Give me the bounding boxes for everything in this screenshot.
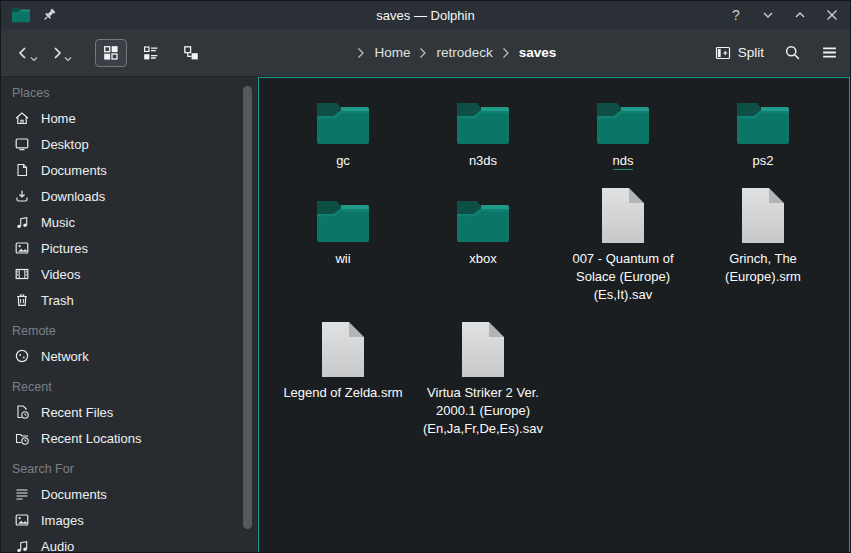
details-view-icon — [183, 45, 199, 61]
remote-section-label: Remote — [12, 319, 257, 343]
compact-view-button[interactable] — [135, 39, 167, 67]
main-toolbar: Home retrodeck saves Split — [1, 29, 850, 77]
split-view-icon — [715, 45, 731, 61]
folder-icon — [595, 100, 651, 146]
desktop-icon — [14, 136, 30, 152]
chevron-up-icon — [792, 7, 808, 23]
hamburger-menu-icon[interactable] — [821, 44, 838, 61]
pin-icon[interactable] — [41, 7, 57, 23]
trash-icon — [14, 292, 30, 308]
folder-icon — [315, 100, 371, 146]
home-icon — [14, 110, 30, 126]
file-icon — [461, 321, 505, 378]
folder-icon — [455, 100, 511, 146]
split-button[interactable]: Split — [715, 45, 764, 61]
sidebar-item-desktop[interactable]: Desktop — [12, 131, 257, 157]
forward-icon — [49, 45, 65, 61]
compact-view-icon — [143, 45, 159, 61]
back-button[interactable] — [13, 41, 41, 65]
recent-files-icon — [14, 404, 30, 420]
sidebar-item-search-audio[interactable]: Audio — [12, 533, 257, 553]
film-icon — [14, 266, 30, 282]
sidebar-item-home[interactable]: Home — [12, 105, 257, 131]
chevron-down-icon — [760, 7, 776, 23]
item-label: ps2 — [753, 153, 774, 168]
help-button[interactable]: ? — [728, 7, 744, 23]
item-label: Grinch, The (Europe).srm — [725, 251, 801, 284]
file-item-grinch-the[interactable]: Grinch, The (Europe).srm — [693, 186, 833, 286]
close-button[interactable] — [824, 7, 840, 23]
sidebar-item-search-documents[interactable]: Documents — [12, 481, 257, 507]
sidebar-item-label: Trash — [41, 293, 74, 308]
breadcrumb-saves[interactable]: saves — [519, 45, 557, 60]
forward-button[interactable] — [47, 41, 75, 65]
sidebar-item-label: Recent Locations — [41, 431, 141, 446]
sidebar-item-label: Recent Files — [41, 405, 113, 420]
sidebar-item-label: Downloads — [41, 189, 105, 204]
sidebar-item-documents[interactable]: Documents — [12, 157, 257, 183]
item-label: Legend of Zelda.srm — [283, 385, 402, 400]
file-icon — [601, 187, 645, 244]
places-panel: Places Home Desktop Documents Downloads … — [1, 77, 258, 553]
sidebar-item-label: Pictures — [41, 241, 88, 256]
file-item-007-quantum-of-solace[interactable]: 007 - Quantum of Solace (Europe) (Es,It)… — [553, 186, 693, 304]
maximize-button[interactable] — [792, 7, 808, 23]
chevron-right-icon — [357, 47, 365, 59]
toolbar-right-group: Split — [715, 44, 838, 61]
sidebar-item-pictures[interactable]: Pictures — [12, 235, 257, 261]
folder-view[interactable]: gc n3ds nds ps2 wii — [258, 77, 850, 553]
sidebar-item-recent-files[interactable]: Recent Files — [12, 399, 257, 425]
item-label: n3ds — [469, 153, 497, 168]
back-dropdown-caret-icon[interactable] — [30, 56, 38, 62]
folder-item-n3ds[interactable]: n3ds — [413, 88, 553, 170]
folder-item-ps2[interactable]: ps2 — [693, 88, 833, 170]
sidebar-item-trash[interactable]: Trash — [12, 287, 257, 313]
image-icon — [14, 512, 30, 528]
breadcrumb-retrodeck[interactable]: retrodeck — [436, 45, 492, 60]
sidebar-item-downloads[interactable]: Downloads — [12, 183, 257, 209]
search-for-section-label: Search For — [12, 457, 257, 481]
help-label: ? — [732, 7, 740, 23]
breadcrumb-home[interactable]: Home — [374, 45, 410, 60]
details-view-button[interactable] — [175, 39, 207, 67]
view-mode-group — [95, 39, 207, 67]
folder-item-xbox[interactable]: xbox — [413, 186, 553, 268]
sidebar-item-label: Images — [41, 513, 84, 528]
sidebar-item-label: Music — [41, 215, 75, 230]
sidebar-item-label: Desktop — [41, 137, 89, 152]
sidebar-scrollbar[interactable] — [243, 86, 252, 529]
sidebar-item-label: Network — [41, 349, 89, 364]
forward-dropdown-caret-icon[interactable] — [64, 56, 72, 62]
titlebar[interactable]: saves — Dolphin ? — [1, 1, 850, 29]
music-note-icon — [14, 214, 30, 230]
file-item-legend-of-zelda[interactable]: Legend of Zelda.srm — [273, 320, 413, 402]
item-label: 007 - Quantum of Solace (Europe) (Es,It)… — [572, 251, 673, 302]
sidebar-item-search-images[interactable]: Images — [12, 507, 257, 533]
sidebar-item-network[interactable]: Network — [12, 343, 257, 369]
chevron-right-icon — [419, 47, 427, 59]
app-folder-icon — [11, 7, 31, 23]
dolphin-window: saves — Dolphin ? Home — [0, 0, 851, 553]
sidebar-item-music[interactable]: Music — [12, 209, 257, 235]
icons-grid: gc n3ds nds ps2 wii — [259, 78, 849, 438]
breadcrumb: Home retrodeck saves — [207, 45, 707, 60]
chevron-right-icon — [502, 47, 510, 59]
folder-item-wii[interactable]: wii — [273, 186, 413, 268]
item-label: nds — [613, 153, 634, 170]
folder-icon — [455, 198, 511, 244]
folder-icon — [735, 100, 791, 146]
sidebar-item-label: Videos — [41, 267, 81, 282]
image-icon — [14, 240, 30, 256]
search-icon[interactable] — [784, 44, 801, 61]
sidebar-item-recent-locations[interactable]: Recent Locations — [12, 425, 257, 451]
folder-item-gc[interactable]: gc — [273, 88, 413, 170]
file-item-virtua-striker-2[interactable]: Virtua Striker 2 Ver. 2000.1 (Europe) (E… — [413, 320, 553, 438]
minimize-button[interactable] — [760, 7, 776, 23]
close-icon — [824, 7, 840, 23]
music-note-icon — [14, 538, 30, 553]
sidebar-item-label: Audio — [41, 539, 74, 553]
back-icon — [15, 45, 31, 61]
sidebar-item-videos[interactable]: Videos — [12, 261, 257, 287]
folder-item-nds[interactable]: nds — [553, 88, 693, 170]
icons-view-button[interactable] — [95, 39, 127, 67]
